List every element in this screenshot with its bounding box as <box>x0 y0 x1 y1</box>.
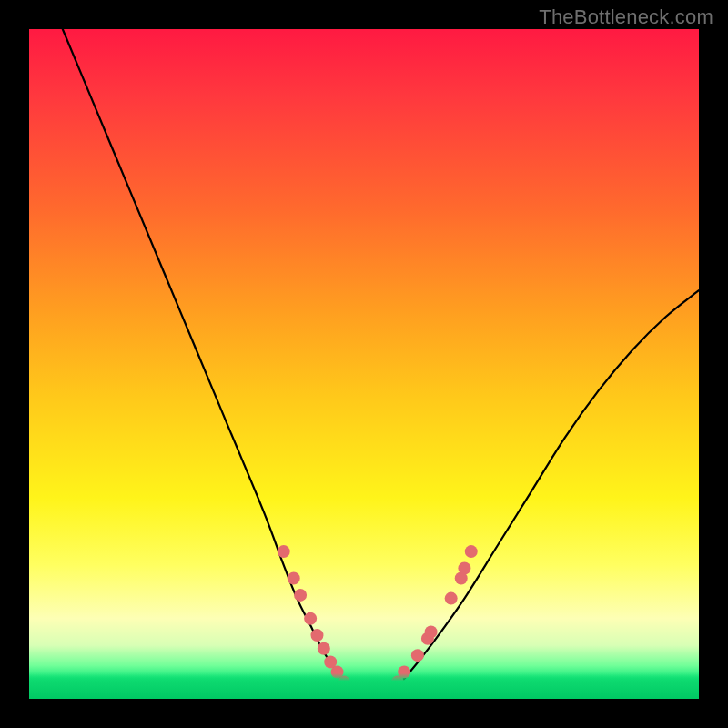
marker-dot <box>458 561 470 574</box>
watermark-text: TheBottleneck.com <box>539 5 713 29</box>
bottleneck-curve-svg <box>29 29 699 699</box>
marker-dot <box>411 649 424 662</box>
marker-dot <box>318 642 330 655</box>
marker-dot <box>445 592 458 605</box>
chart-frame: TheBottleneck.com <box>0 0 728 728</box>
marker-dot <box>310 629 323 642</box>
bottom-green-band <box>29 673 699 699</box>
marker-dot <box>465 545 478 558</box>
marker-dot <box>278 545 290 558</box>
marker-dot <box>425 625 438 638</box>
bottleneck-curve-path <box>63 29 699 699</box>
marker-dot <box>304 612 317 625</box>
curve-layer <box>63 29 699 699</box>
marker-dot <box>294 589 307 602</box>
plot-area <box>29 29 699 699</box>
highlight-markers <box>278 545 478 689</box>
marker-dot <box>288 572 300 585</box>
